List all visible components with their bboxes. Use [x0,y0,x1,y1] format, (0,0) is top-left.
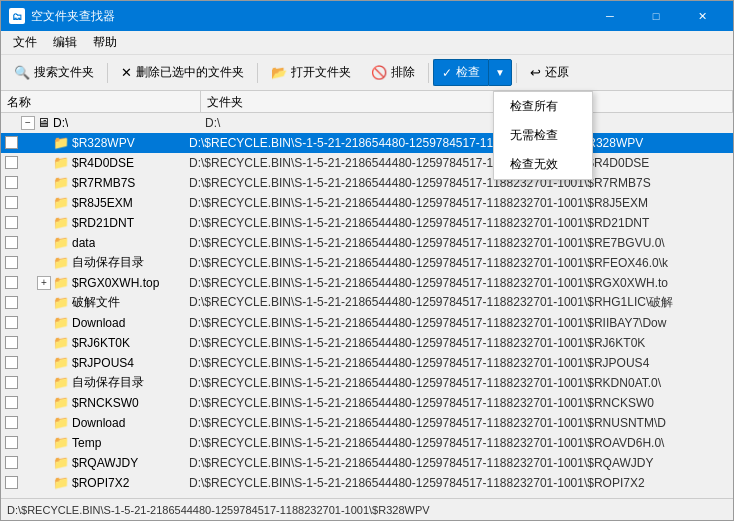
row-name: 自动保存目录 [72,254,144,271]
check-all-item[interactable]: 检查所有 [494,92,592,121]
row-name: $RJPOUS4 [72,356,134,370]
row-path: D:\$RECYCLE.BIN\S-1-5-21-2186544480-1259… [185,336,733,350]
table-row[interactable]: 📁$RQAWJDYD:\$RECYCLE.BIN\S-1-5-21-218654… [1,453,733,473]
table-row[interactable]: 📁$RNCKSW0D:\$RECYCLE.BIN\S-1-5-21-218654… [1,393,733,413]
delete-selected-button[interactable]: ✕ 删除已选中的文件夹 [112,59,253,86]
row-name: $RQAWJDY [72,456,138,470]
table-row[interactable]: 📁TempD:\$RECYCLE.BIN\S-1-5-21-2186544480… [1,433,733,453]
menu-edit[interactable]: 编辑 [45,32,85,53]
checkbox-input[interactable] [5,176,18,189]
checkbox-input[interactable] [5,456,18,469]
row-checkbox[interactable] [1,296,21,309]
row-checkbox[interactable] [1,416,21,429]
folder-icon: 📁 [53,395,69,410]
row-checkbox[interactable] [1,276,21,289]
table-row[interactable]: 📁$RJ6KT0KD:\$RECYCLE.BIN\S-1-5-21-218654… [1,333,733,353]
checkbox-input[interactable] [5,236,18,249]
checkbox-input[interactable] [5,416,18,429]
folder-icon: 📁 [53,275,69,290]
list-header: 名称 文件夹 [1,91,733,113]
minimize-button[interactable]: ─ [587,1,633,31]
open-folder-button[interactable]: 📂 打开文件夹 [262,59,360,86]
table-row[interactable]: 📁$RD21DNTD:\$RECYCLE.BIN\S-1-5-21-218654… [1,213,733,233]
checkbox-input[interactable] [5,296,18,309]
table-row[interactable]: 📁$R8J5EXMD:\$RECYCLE.BIN\S-1-5-21-218654… [1,193,733,213]
check-dropdown-button[interactable]: ▼ [488,59,512,86]
checkbox-input[interactable] [5,216,18,229]
checkbox-input[interactable] [5,336,18,349]
checkbox-input[interactable] [5,276,18,289]
checkbox-input[interactable] [5,376,18,389]
expand-icon[interactable]: − [21,116,35,130]
table-row[interactable]: 📁dataD:\$RECYCLE.BIN\S-1-5-21-2186544480… [1,233,733,253]
row-checkbox[interactable] [1,156,21,169]
check-main-button[interactable]: ✓ 检查 [433,59,488,86]
row-checkbox[interactable] [1,216,21,229]
maximize-button[interactable]: □ [633,1,679,31]
no-check-item[interactable]: 无需检查 [494,121,592,150]
row-checkbox[interactable] [1,376,21,389]
folder-icon: 📁 [53,315,69,330]
delete-icon: ✕ [121,65,132,80]
file-list-body[interactable]: −🖥D:\D:\📁$R328WPVD:\$RECYCLE.BIN\S-1-5-2… [1,113,733,498]
row-checkbox[interactable] [1,336,21,349]
folder-icon: 📁 [53,335,69,350]
row-path: D:\$RECYCLE.BIN\S-1-5-21-2186544480-1259… [185,396,733,410]
expand-icon[interactable]: + [37,276,51,290]
checkbox-input[interactable] [5,316,18,329]
folder-icon: 📁 [53,355,69,370]
folder-icon: 📁 [53,175,69,190]
row-path: D:\$RECYCLE.BIN\S-1-5-21-2186544480-1259… [185,216,733,230]
main-window: 🗂 空文件夹查找器 ─ □ ✕ 文件 编辑 帮助 🔍 搜索文件夹 ✕ 删除已选中… [0,0,734,521]
search-folder-button[interactable]: 🔍 搜索文件夹 [5,59,103,86]
exclude-button[interactable]: 🚫 排除 [362,59,424,86]
table-row[interactable]: 📁$R4D0DSED:\$RECYCLE.BIN\S-1-5-21-218654… [1,153,733,173]
checkbox-input[interactable] [5,196,18,209]
row-name: $RNCKSW0 [72,396,139,410]
restore-button[interactable]: ↩ 还原 [521,59,578,86]
row-checkbox[interactable] [1,436,21,449]
folder-icon: 📁 [53,235,69,250]
checkbox-input[interactable] [5,356,18,369]
row-checkbox[interactable] [1,356,21,369]
folder-icon: 📁 [53,255,69,270]
row-checkbox[interactable] [1,476,21,489]
row-name: $RD21DNT [72,216,134,230]
file-list-container: 名称 文件夹 −🖥D:\D:\📁$R328WPVD:\$RECYCLE.BIN\… [1,91,733,498]
table-row[interactable]: 📁$R7RMB7SD:\$RECYCLE.BIN\S-1-5-21-218654… [1,173,733,193]
close-button[interactable]: ✕ [679,1,725,31]
checkbox-input[interactable] [5,396,18,409]
row-checkbox[interactable] [1,236,21,249]
table-row[interactable]: 📁$RJPOUS4D:\$RECYCLE.BIN\S-1-5-21-218654… [1,353,733,373]
table-row[interactable]: +📁$RGX0XWH.topD:\$RECYCLE.BIN\S-1-5-21-2… [1,273,733,293]
app-icon: 🗂 [9,8,25,24]
row-checkbox[interactable] [1,176,21,189]
row-checkbox[interactable] [1,456,21,469]
table-row[interactable]: 📁DownloadD:\$RECYCLE.BIN\S-1-5-21-218654… [1,313,733,333]
table-row[interactable]: 📁$ROPI7X2D:\$RECYCLE.BIN\S-1-5-21-218654… [1,473,733,493]
row-checkbox[interactable] [1,136,21,149]
checkbox-input[interactable] [5,256,18,269]
menu-help[interactable]: 帮助 [85,32,125,53]
row-name: $R4D0DSE [72,156,134,170]
table-row[interactable]: 📁DownloadD:\$RECYCLE.BIN\S-1-5-21-218654… [1,413,733,433]
table-row[interactable]: 📁$R328WPVD:\$RECYCLE.BIN\S-1-5-21-218654… [1,133,733,153]
checkbox-input[interactable] [5,476,18,489]
table-row[interactable]: 📁破解文件D:\$RECYCLE.BIN\S-1-5-21-2186544480… [1,293,733,313]
row-checkbox[interactable] [1,396,21,409]
row-checkbox[interactable] [1,256,21,269]
checkbox-input[interactable] [5,436,18,449]
menu-file[interactable]: 文件 [5,32,45,53]
table-row[interactable]: 📁自动保存目录D:\$RECYCLE.BIN\S-1-5-21-21865444… [1,253,733,273]
row-checkbox[interactable] [1,316,21,329]
titlebar: 🗂 空文件夹查找器 ─ □ ✕ [1,1,733,31]
check-invalid-item[interactable]: 检查无效 [494,150,592,179]
checkbox-input[interactable] [5,136,18,149]
folder-icon: 📁 [53,155,69,170]
row-checkbox[interactable] [1,196,21,209]
table-row[interactable]: −🖥D:\D:\ [1,113,733,133]
row-path: D:\$RECYCLE.BIN\S-1-5-21-2186544480-1259… [185,356,733,370]
table-row[interactable]: 📁自动保存目录D:\$RECYCLE.BIN\S-1-5-21-21865444… [1,373,733,393]
folder-icon: 📁 [53,135,69,150]
checkbox-input[interactable] [5,156,18,169]
